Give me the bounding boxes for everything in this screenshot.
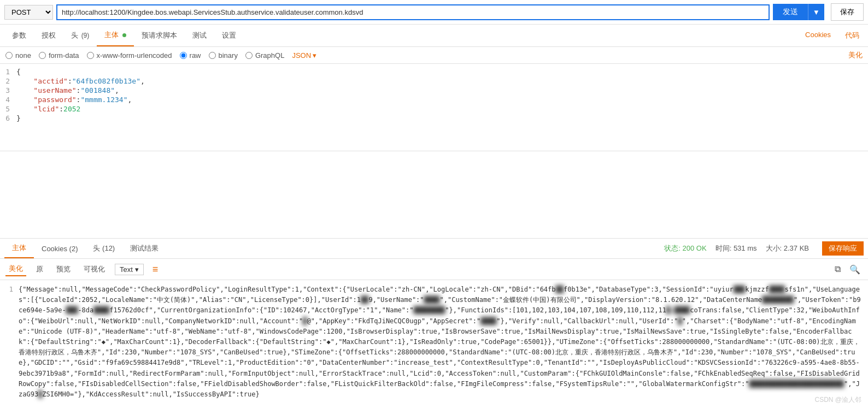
- line-number-5: 5: [0, 105, 16, 113]
- code-line-4: 4 "password":"mmmm.1234",: [0, 95, 868, 104]
- line-number-1: 1: [0, 68, 16, 76]
- resp-raw-btn[interactable]: 原: [33, 263, 46, 276]
- save-button[interactable]: 保存: [831, 3, 864, 21]
- tab-settings[interactable]: 设置: [214, 25, 244, 46]
- code-line-6: 6 }: [0, 114, 868, 123]
- code-content-5: "lcid":2052: [16, 105, 868, 113]
- resp-tab-cookies[interactable]: Cookies (2): [34, 240, 85, 257]
- response-content[interactable]: 1 {"Message":null,"MessageCode":"CheckPa…: [0, 280, 868, 409]
- response-toolbar: 美化 原 预览 可视化 Text ▾ ≡ ⧉ 🔍: [0, 259, 868, 280]
- code-line-5: 5 "lcid":2052: [0, 104, 868, 114]
- save-response-button[interactable]: 保存响应: [822, 241, 864, 256]
- resp-tab-body[interactable]: 主体: [4, 239, 34, 258]
- raw-option[interactable]: raw: [180, 51, 201, 60]
- top-bar: POST GET PUT DELETE 发送 ▼ 保存: [0, 0, 868, 25]
- tab-tests[interactable]: 测试: [185, 25, 214, 46]
- text-format-label: Text: [120, 265, 133, 274]
- watermark: CSDN @渝人邻: [814, 395, 861, 405]
- text-format-chevron-icon: ▾: [135, 265, 139, 274]
- headers-badge: (9): [81, 32, 90, 39]
- request-tabs: 参数 授权 头 (9) 主体 预请求脚本 测试 设置 Cookies 代码: [0, 25, 868, 47]
- search-icon[interactable]: 🔍: [847, 263, 863, 276]
- response-time: 时间: 531 ms: [715, 244, 757, 253]
- response-size: 大小: 2.37 KB: [766, 244, 809, 253]
- raw-radio[interactable]: [180, 52, 187, 59]
- code-content-2: "acctid":"64fbc082f0b13e",: [16, 77, 868, 85]
- graphql-radio[interactable]: [245, 52, 253, 59]
- tab-headers[interactable]: 头 (9): [63, 25, 97, 46]
- text-format-dropdown[interactable]: Text ▾: [115, 264, 144, 275]
- beautify-right-btn[interactable]: 美化: [848, 50, 863, 60]
- right-tabs: Cookies 代码: [801, 25, 864, 46]
- line-number-2: 2: [0, 77, 16, 85]
- body-type-row: none form-data x-www-form-urlencoded raw…: [0, 47, 868, 64]
- json-label: JSON: [292, 51, 311, 60]
- response-tabs: 主体 Cookies (2) 头 (12) 测试结果 状态: 200 OK 时间…: [0, 239, 868, 259]
- code-link[interactable]: 代码: [841, 25, 864, 46]
- resp-action-icons: ⧉ 🔍: [832, 263, 863, 276]
- request-body-editor[interactable]: 1 { 2 "acctid":"64fbc082f0b13e", 3 "user…: [0, 64, 868, 151]
- form-data-radio[interactable]: [39, 52, 46, 59]
- status-code: 状态: 200 OK: [664, 244, 706, 253]
- cookies-link[interactable]: Cookies: [801, 25, 835, 46]
- copy-icon[interactable]: ⧉: [832, 263, 843, 276]
- code-line-1: 1 {: [0, 67, 868, 76]
- resp-preview-btn[interactable]: 预览: [53, 263, 74, 276]
- body-dot: [122, 33, 126, 37]
- binary-option[interactable]: binary: [209, 51, 238, 60]
- urlencoded-option[interactable]: x-www-form-urlencoded: [87, 51, 172, 60]
- resp-visualize-btn[interactable]: 可视化: [80, 263, 108, 276]
- wrap-icon[interactable]: ≡: [153, 264, 159, 275]
- code-content-4: "password":"mmmm.1234",: [16, 96, 868, 104]
- none-option[interactable]: none: [5, 51, 31, 60]
- code-content-1: {: [16, 68, 868, 76]
- binary-radio[interactable]: [209, 52, 216, 59]
- tab-prerequest[interactable]: 预请求脚本: [134, 25, 185, 46]
- none-radio[interactable]: [5, 52, 13, 59]
- status-info: 状态: 200 OK 时间: 531 ms 大小: 2.37 KB 保存响应: [664, 241, 864, 256]
- line-number-4: 4: [0, 96, 16, 104]
- line-number-3: 3: [0, 86, 16, 94]
- resp-beautify-btn[interactable]: 美化: [5, 262, 26, 276]
- empty-space: [0, 151, 868, 239]
- send-button[interactable]: 发送: [773, 4, 808, 20]
- graphql-option[interactable]: GraphQL: [245, 51, 284, 60]
- json-dropdown[interactable]: JSON ▾: [292, 51, 316, 60]
- resp-line-1: 1 {"Message":null,"MessageCode":"CheckPa…: [5, 284, 863, 400]
- send-dropdown-button[interactable]: ▼: [808, 4, 824, 20]
- urlencoded-radio[interactable]: [87, 52, 94, 59]
- line-number-6: 6: [0, 114, 16, 122]
- resp-line-num-1: 1: [5, 284, 19, 400]
- form-data-option[interactable]: form-data: [39, 51, 79, 60]
- json-chevron-icon: ▾: [313, 51, 316, 60]
- url-input[interactable]: [56, 4, 770, 20]
- resp-text-1: {"Message":null,"MessageCode":"CheckPass…: [19, 284, 863, 400]
- tab-body[interactable]: 主体: [97, 25, 134, 46]
- send-btn-group: 发送 ▼: [773, 4, 824, 20]
- tab-auth[interactable]: 授权: [34, 25, 63, 46]
- tab-params[interactable]: 参数: [4, 25, 34, 46]
- code-content-6: }: [16, 114, 868, 122]
- code-content-3: "userName":"001848",: [16, 86, 868, 94]
- method-select[interactable]: POST GET PUT DELETE: [4, 5, 53, 20]
- code-line-3: 3 "userName":"001848",: [0, 86, 868, 95]
- code-line-2: 2 "acctid":"64fbc082f0b13e",: [0, 76, 868, 86]
- resp-tab-headers[interactable]: 头 (12): [85, 239, 122, 258]
- resp-tab-test-results[interactable]: 测试结果: [122, 239, 166, 258]
